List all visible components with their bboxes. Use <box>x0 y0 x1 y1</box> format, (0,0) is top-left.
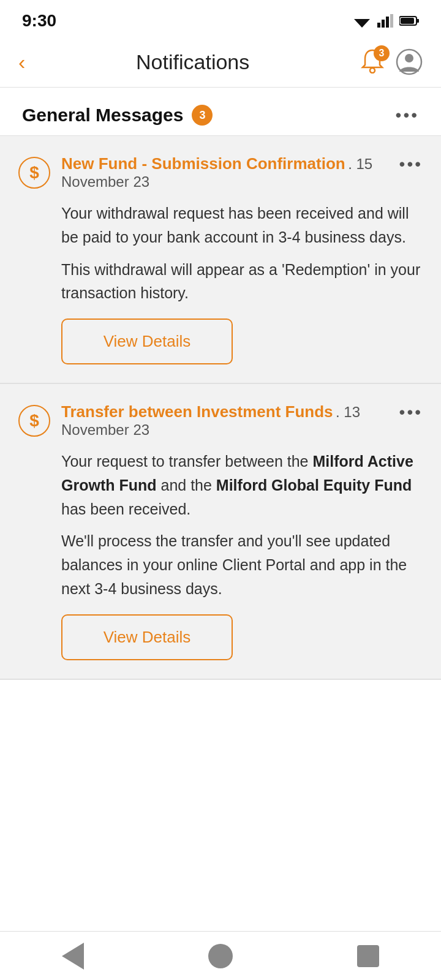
notif-body-para-1-2: This withdrawal will appear as a 'Redemp… <box>61 258 423 306</box>
view-details-button-2[interactable]: View Details <box>61 614 233 660</box>
notif-header-left-1: $ New Fund - Submission Confirmation . 1… <box>18 154 399 190</box>
nav-back-button[interactable] <box>56 937 90 976</box>
notif-more-button-1[interactable]: ••• <box>399 154 423 174</box>
notif-title-2: Transfer between Investment Funds <box>61 402 333 421</box>
signal-icon <box>377 14 393 28</box>
section-more-button[interactable]: ••• <box>396 105 419 125</box>
battery-icon <box>399 15 419 26</box>
nav-right-icons: 3 <box>360 48 423 76</box>
section-title-wrap: General Messages 3 <box>22 105 213 126</box>
notif-body-1: Your withdrawal request has been receive… <box>18 202 423 305</box>
nav-home-button[interactable] <box>202 938 239 974</box>
home-circle-icon <box>208 944 233 968</box>
notif-body-2: Your request to transfer between the Mil… <box>18 450 423 601</box>
svg-rect-4 <box>386 17 389 28</box>
top-nav: ‹ Notifications 3 <box>0 37 441 88</box>
svg-point-9 <box>370 68 375 73</box>
notif-header-2: $ Transfer between Investment Funds . 13… <box>18 402 423 439</box>
notif-title-wrap-2: Transfer between Investment Funds . 13 N… <box>61 402 399 439</box>
wifi-icon <box>353 14 371 28</box>
bell-badge: 3 <box>374 45 390 61</box>
section-title: General Messages <box>22 105 183 126</box>
svg-marker-1 <box>356 21 368 28</box>
notif-header-1: $ New Fund - Submission Confirmation . 1… <box>18 154 423 190</box>
status-icons <box>353 14 419 28</box>
section-badge: 3 <box>192 105 213 126</box>
svg-rect-2 <box>377 23 380 28</box>
bottom-nav <box>0 931 441 980</box>
notification-card-1: $ New Fund - Submission Confirmation . 1… <box>0 136 441 384</box>
status-time: 9:30 <box>22 11 56 31</box>
section-header: General Messages 3 ••• <box>0 88 441 136</box>
svg-point-11 <box>405 54 413 62</box>
notif-header-left-2: $ Transfer between Investment Funds . 13… <box>18 402 399 439</box>
svg-rect-7 <box>417 19 419 23</box>
notif-body-para-2-2: We'll process the transfer and you'll se… <box>61 529 423 600</box>
back-triangle-icon <box>62 943 84 970</box>
stop-square-icon <box>357 945 379 967</box>
svg-rect-8 <box>401 18 414 24</box>
status-bar: 9:30 <box>0 0 441 37</box>
notification-card-2: $ Transfer between Investment Funds . 13… <box>0 384 441 680</box>
svg-rect-5 <box>390 14 393 28</box>
notif-title-1: New Fund - Submission Confirmation <box>61 154 345 173</box>
notif-dollar-icon-1: $ <box>18 157 50 189</box>
back-button[interactable]: ‹ <box>18 51 25 72</box>
notif-body-para-2-1: Your request to transfer between the Mil… <box>61 450 423 521</box>
user-icon[interactable] <box>396 48 423 75</box>
nav-stop-button[interactable] <box>351 939 385 973</box>
view-details-button-1[interactable]: View Details <box>61 318 233 364</box>
notif-title-wrap-1: New Fund - Submission Confirmation . 15 … <box>61 154 399 190</box>
page-title: Notifications <box>25 50 360 74</box>
bell-button[interactable]: 3 <box>360 48 385 76</box>
notif-body-para-1-1: Your withdrawal request has been receive… <box>61 202 423 249</box>
notif-more-button-2[interactable]: ••• <box>399 402 423 422</box>
svg-rect-3 <box>382 20 385 28</box>
notif-dollar-icon-2: $ <box>18 405 50 437</box>
notifications-list: $ New Fund - Submission Confirmation . 1… <box>0 136 441 680</box>
